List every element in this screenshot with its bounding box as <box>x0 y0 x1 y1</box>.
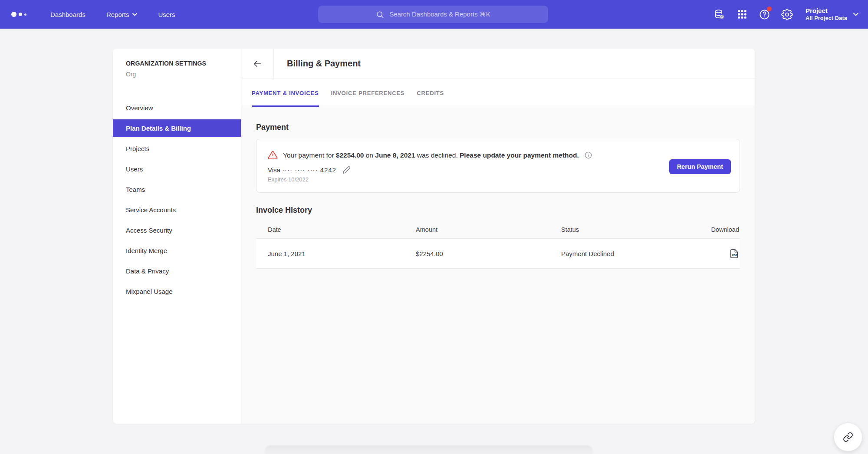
navbar-right-cluster: Project All Project Data <box>708 0 868 29</box>
page-title: Billing & Payment <box>287 59 361 69</box>
invoice-row: June 1, 2021 $2254.00 Payment Declined P… <box>256 238 740 269</box>
billing-content: Payment Your payment for $2254.00 on Jun… <box>241 107 755 424</box>
payment-method: Visa ···· ···· ···· 4242 <box>268 166 740 174</box>
chevron-down-icon <box>132 13 137 16</box>
org-settings-sidebar: ORGANIZATION SETTINGS Org Overview Plan … <box>113 49 241 424</box>
copy-link-fab[interactable] <box>834 423 862 451</box>
card-brand-and-number: Visa ···· ···· ···· 4242 <box>268 166 336 174</box>
sidebar-item-overview[interactable]: Overview <box>113 99 241 116</box>
column-header-status: Status <box>561 226 707 233</box>
invoice-table-header: Date Amount Status Download <box>256 221 740 238</box>
next-card-peek <box>265 445 593 454</box>
settings-panel: ORGANIZATION SETTINGS Org Overview Plan … <box>113 49 755 424</box>
global-search-input[interactable]: Search Dashboards & Reports ⌘K <box>318 6 548 23</box>
tab-payment-invoices[interactable]: PAYMENT & INVOICES <box>252 79 319 107</box>
billing-main: Billing & Payment PAYMENT & INVOICES INV… <box>241 49 755 424</box>
info-icon[interactable] <box>584 151 592 159</box>
alert-text: Your payment for $2254.00 on June 8, 202… <box>283 151 579 159</box>
apps-grid-button[interactable] <box>731 0 753 29</box>
settings-gear-icon <box>781 9 793 20</box>
invoice-amount: $2254.00 <box>416 250 561 257</box>
download-pdf-button[interactable]: PDF <box>729 249 739 259</box>
sidebar-item-mixpanel-usage[interactable]: Mixpanel Usage <box>113 283 241 300</box>
declined-date: June 8, 2021 <box>375 151 415 159</box>
nav-item-reports[interactable]: Reports <box>96 0 148 29</box>
payment-section-title: Payment <box>256 123 740 132</box>
back-button[interactable] <box>241 49 274 79</box>
page-header: Billing & Payment <box>241 49 755 79</box>
arrow-left-icon <box>253 59 262 69</box>
sidebar-item-identity-merge[interactable]: Identity Merge <box>113 242 241 259</box>
project-label: Project <box>806 7 847 15</box>
link-icon <box>843 432 853 442</box>
invoice-status: Payment Declined <box>561 250 707 257</box>
nav-item-label: Reports <box>106 11 129 18</box>
primary-nav: Dashboards Reports Users <box>40 0 186 29</box>
nav-item-users[interactable]: Users <box>148 0 185 29</box>
column-header-amount: Amount <box>416 226 561 233</box>
sidebar-item-access-security[interactable]: Access Security <box>113 221 241 239</box>
payment-declined-alert: Your payment for $2254.00 on June 8, 202… <box>268 150 740 160</box>
sidebar-section-title: ORGANIZATION SETTINGS <box>126 60 241 67</box>
column-header-download: Download <box>707 226 740 233</box>
invoice-table: Date Amount Status Download June 1, 2021… <box>256 221 740 269</box>
masked-card-number: ···· ···· ···· 4242 <box>282 166 336 174</box>
search-placeholder: Search Dashboards & Reports ⌘K <box>389 10 490 18</box>
tab-credits[interactable]: CREDITS <box>417 79 444 107</box>
sidebar-item-projects[interactable]: Projects <box>113 140 241 157</box>
settings-button[interactable] <box>776 0 799 29</box>
help-button[interactable] <box>753 0 776 29</box>
sidebar-item-teams[interactable]: Teams <box>113 181 241 198</box>
org-name: Org <box>126 71 241 78</box>
invoice-history-title: Invoice History <box>256 206 740 215</box>
invoice-date: June 1, 2021 <box>256 250 416 257</box>
search-icon <box>376 10 384 19</box>
notification-badge <box>767 7 772 11</box>
sidebar-menu: Overview Plan Details & Billing Projects… <box>113 99 241 300</box>
payment-card: Your payment for $2254.00 on June 8, 202… <box>256 139 740 193</box>
nav-item-dashboards[interactable]: Dashboards <box>40 0 96 29</box>
data-management-icon <box>713 9 725 20</box>
nav-item-label: Dashboards <box>50 11 85 18</box>
pdf-file-icon: PDF <box>729 249 739 259</box>
sidebar-item-data-privacy[interactable]: Data & Privacy <box>113 262 241 280</box>
apps-grid-icon <box>736 9 748 20</box>
sidebar-item-users[interactable]: Users <box>113 160 241 178</box>
data-management-button[interactable] <box>708 0 731 29</box>
declined-amount: $2254.00 <box>336 151 364 159</box>
billing-tabs: PAYMENT & INVOICES INVOICE PREFERENCES C… <box>241 79 755 107</box>
svg-text:PDF: PDF <box>732 254 737 257</box>
project-switcher[interactable]: Project All Project Data <box>806 7 858 22</box>
card-expiry: Expires 10/2022 <box>268 176 740 183</box>
top-navbar: Dashboards Reports Users Search Dashboar… <box>0 0 868 29</box>
sidebar-item-service-accounts[interactable]: Service Accounts <box>113 201 241 218</box>
edit-pencil-icon[interactable] <box>342 166 351 174</box>
sidebar-item-plan-details-billing[interactable]: Plan Details & Billing <box>113 119 241 137</box>
mixpanel-logo-icon[interactable] <box>11 12 31 17</box>
column-header-date: Date <box>256 226 416 233</box>
rerun-payment-button[interactable]: Rerun Payment <box>669 159 731 174</box>
alert-triangle-icon <box>268 150 278 160</box>
nav-item-label: Users <box>158 11 175 18</box>
project-value: All Project Data <box>806 15 847 22</box>
chevron-down-icon <box>853 13 858 16</box>
tab-invoice-preferences[interactable]: INVOICE PREFERENCES <box>331 79 405 107</box>
